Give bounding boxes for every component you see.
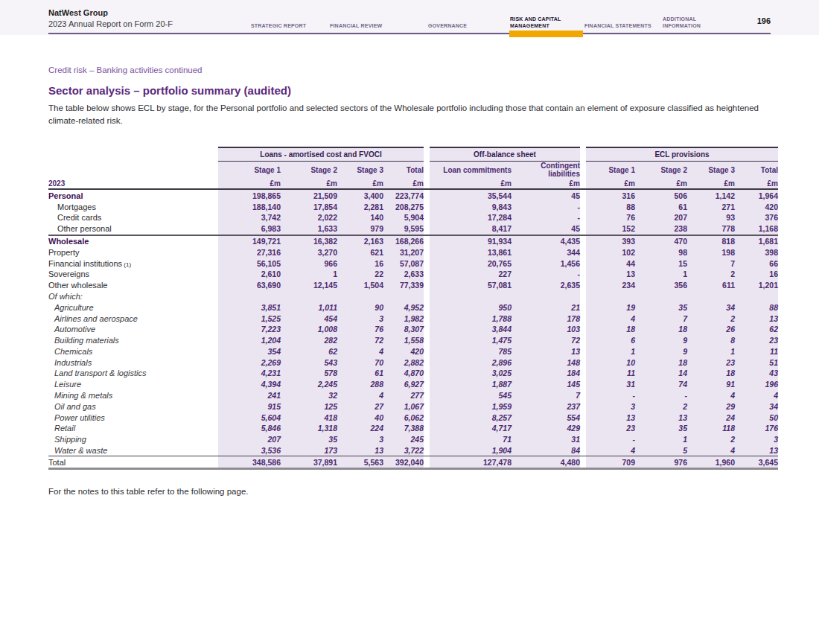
gap-cell bbox=[580, 434, 586, 445]
value-cell: 1,887 bbox=[430, 379, 512, 390]
value-cell: 72 bbox=[512, 335, 580, 346]
value-cell: 74 bbox=[635, 379, 687, 390]
column-header: Stage 2 bbox=[635, 162, 687, 179]
group-header-row: Loans - amortised cost and FVOCIOff-bala… bbox=[48, 147, 778, 162]
row-label: Mortgages bbox=[48, 201, 218, 212]
nav-item-strategic-report[interactable]: STRATEGIC REPORT bbox=[251, 22, 321, 29]
value-cell: 178 bbox=[512, 313, 580, 324]
value-cell: 398 bbox=[735, 246, 778, 258]
column-header: Stage 1 bbox=[218, 162, 281, 179]
value-cell: 2,610 bbox=[218, 269, 281, 280]
table-row: Credit cards3,7422,0221405,90417,284-762… bbox=[48, 212, 778, 223]
value-cell: 621 bbox=[337, 246, 383, 258]
value-cell: 224 bbox=[337, 423, 383, 434]
value-cell: 1,204 bbox=[218, 335, 281, 346]
gap-cell bbox=[580, 456, 586, 469]
nav-item-risk-and-capital-management[interactable]: RISK AND CAPITAL MANAGEMENT bbox=[510, 16, 587, 29]
value-cell: 4 bbox=[586, 445, 635, 456]
value-cell: 16 bbox=[337, 258, 383, 269]
value-cell: 1,525 bbox=[218, 313, 281, 324]
value-cell: 2,635 bbox=[512, 280, 580, 291]
gap-cell bbox=[580, 445, 586, 456]
value-cell: 198 bbox=[687, 246, 735, 258]
value-cell: 1,475 bbox=[430, 335, 512, 346]
value-cell: - bbox=[512, 212, 580, 223]
value-cell: 19 bbox=[586, 302, 635, 313]
value-cell: 778 bbox=[687, 223, 735, 235]
group-header: ECL provisions bbox=[586, 147, 778, 162]
value-cell: 208,275 bbox=[383, 201, 424, 212]
nav-item-financial-statements[interactable]: FINANCIAL STATEMENTS bbox=[584, 22, 654, 29]
value-cell: 1,456 bbox=[512, 258, 580, 269]
value-cell: 3,645 bbox=[735, 456, 778, 469]
gap-cell bbox=[424, 390, 430, 401]
value-cell: 1,011 bbox=[281, 302, 337, 313]
value-cell: 35 bbox=[635, 302, 687, 313]
gap-cell bbox=[580, 246, 586, 258]
gap-cell bbox=[424, 379, 430, 390]
gap-cell bbox=[580, 162, 586, 179]
unit-header-row: 2023£m£m£m£m£m£m£m£m£m£m bbox=[48, 178, 778, 189]
value-cell: 184 bbox=[512, 368, 580, 379]
value-cell: 84 bbox=[512, 445, 580, 456]
value-cell: 3,851 bbox=[218, 302, 281, 313]
value-cell: 3,270 bbox=[281, 246, 337, 258]
value-cell: 611 bbox=[687, 280, 735, 291]
value-cell: 288 bbox=[337, 379, 383, 390]
nav-item-governance[interactable]: GOVERNANCE bbox=[428, 22, 498, 29]
value-cell: 3 bbox=[586, 401, 635, 412]
row-label: Other personal bbox=[48, 223, 218, 235]
nav-item-financial-review[interactable]: FINANCIAL REVIEW bbox=[330, 22, 400, 29]
value-cell: 3,742 bbox=[218, 212, 281, 223]
value-cell: 18 bbox=[687, 368, 735, 379]
gap-cell bbox=[424, 368, 430, 379]
unit-label: £m bbox=[383, 178, 424, 189]
gap-cell bbox=[580, 147, 586, 162]
value-cell: 14 bbox=[635, 368, 687, 379]
value-cell: 45 bbox=[512, 189, 580, 201]
gap-cell bbox=[580, 412, 586, 423]
nav-item-additional-information[interactable]: ADDITIONAL INFORMATION bbox=[663, 16, 733, 29]
table-row: Building materials1,204282721,5581,47572… bbox=[48, 335, 778, 346]
value-cell: 1,904 bbox=[430, 445, 512, 456]
value-cell: 26 bbox=[687, 324, 735, 335]
value-cell: 785 bbox=[430, 346, 512, 357]
value-cell: 35 bbox=[635, 423, 687, 434]
table-row: Property27,3163,27062131,20713,861344102… bbox=[48, 246, 778, 258]
row-label: Other wholesale bbox=[48, 280, 218, 291]
value-cell bbox=[586, 291, 635, 302]
gap-cell bbox=[580, 379, 586, 390]
table-row: Other personal6,9831,6339799,5958,417451… bbox=[48, 223, 778, 235]
table-row: Leisure4,3942,2452886,9271,8871453174911… bbox=[48, 379, 778, 390]
gap-cell bbox=[580, 368, 586, 379]
value-cell: 3,025 bbox=[430, 368, 512, 379]
value-cell bbox=[735, 291, 778, 302]
value-cell: 16 bbox=[735, 269, 778, 280]
gap-cell bbox=[580, 346, 586, 357]
value-cell: - bbox=[512, 269, 580, 280]
value-cell: 198,865 bbox=[218, 189, 281, 201]
row-label: Land transport & logistics bbox=[48, 368, 218, 379]
value-cell: 1 bbox=[281, 269, 337, 280]
footnote-text: For the notes to this table refer to the… bbox=[48, 487, 819, 496]
gap-cell bbox=[424, 456, 430, 469]
value-cell: 31 bbox=[586, 379, 635, 390]
gap-cell bbox=[424, 201, 430, 212]
value-cell: 4 bbox=[586, 313, 635, 324]
value-cell: 5 bbox=[635, 445, 687, 456]
value-cell: 13 bbox=[586, 269, 635, 280]
value-cell: 6 bbox=[586, 335, 635, 346]
value-cell: 23 bbox=[586, 423, 635, 434]
value-cell: 454 bbox=[281, 313, 337, 324]
row-label: Power utilities bbox=[48, 412, 218, 423]
value-cell: 45 bbox=[512, 223, 580, 235]
footnote-marker: (1) bbox=[122, 261, 131, 268]
value-cell: 429 bbox=[512, 423, 580, 434]
value-cell: 9,595 bbox=[383, 223, 424, 235]
gap-cell bbox=[580, 401, 586, 412]
gap-cell bbox=[424, 346, 430, 357]
value-cell: 348,586 bbox=[218, 456, 281, 469]
gap-cell bbox=[580, 269, 586, 280]
value-cell: 543 bbox=[281, 357, 337, 368]
value-cell: 207 bbox=[218, 434, 281, 445]
